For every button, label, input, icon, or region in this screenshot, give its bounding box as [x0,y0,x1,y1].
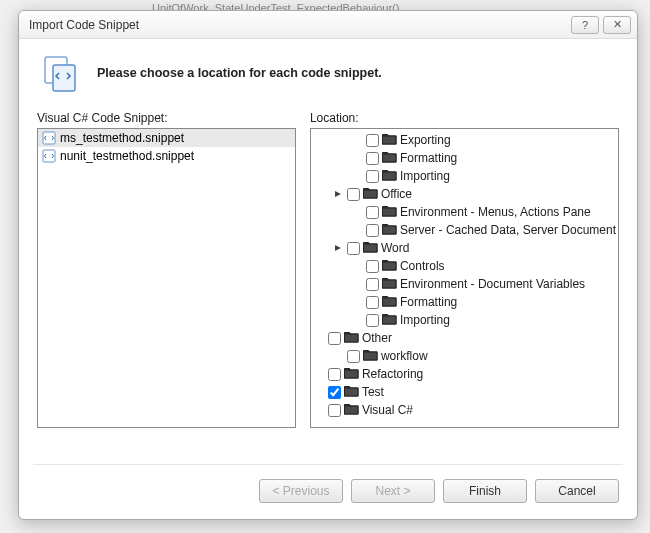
svg-rect-17 [344,370,358,378]
snippet-list-item[interactable]: ms_testmethod.snippet [38,129,295,147]
tree-row[interactable]: Refactoring [313,365,616,383]
tree-row[interactable]: Server - Cached Data, Server Document [313,221,616,239]
tree-checkbox[interactable] [347,242,360,255]
tree-expander [351,296,363,308]
tree-row[interactable]: Formatting [313,149,616,167]
tree-checkbox[interactable] [366,206,379,219]
dialog-footer: < Previous Next > Finish Cancel [19,465,637,519]
svg-rect-8 [382,208,396,216]
tree-expander[interactable] [332,242,344,254]
dialog-header: Please choose a location for each code s… [19,39,637,111]
snippet-list-pane: Visual C# Code Snippet: ms_testmethod.sn… [37,111,296,456]
tree-row[interactable]: Importing [313,167,616,185]
tree-checkbox[interactable] [366,134,379,147]
svg-rect-12 [382,280,396,288]
dialog-title: Import Code Snippet [29,18,567,32]
dialog-prompt: Please choose a location for each code s… [97,66,382,80]
tree-label: Other [362,331,392,345]
finish-button[interactable]: Finish [443,479,527,503]
tree-row[interactable]: workflow [313,347,616,365]
tree-label: Controls [400,259,445,273]
tree-row[interactable]: Formatting [313,293,616,311]
folder-icon [382,294,397,310]
folder-icon [344,384,359,400]
tree-expander [313,404,325,416]
svg-rect-10 [363,244,377,252]
help-button[interactable]: ? [571,16,599,34]
tree-row[interactable]: Environment - Document Variables [313,275,616,293]
tree-checkbox[interactable] [366,314,379,327]
tree-row[interactable]: Other [313,329,616,347]
svg-rect-18 [344,388,358,396]
tree-expander [351,260,363,272]
titlebar: Import Code Snippet ? ✕ [19,11,637,39]
snippet-list-item[interactable]: nunit_testmethod.snippet [38,147,295,165]
tree-expander [351,224,363,236]
tree-checkbox[interactable] [328,332,341,345]
location-treebox[interactable]: ExportingFormattingImportingOfficeEnviro… [310,128,619,428]
snippet-item-label: nunit_testmethod.snippet [60,149,194,163]
tree-label: Server - Cached Data, Server Document [400,223,616,237]
folder-icon [382,132,397,148]
tree-expander [313,332,325,344]
tree-row[interactable]: Test [313,383,616,401]
tree-label: Formatting [400,151,457,165]
folder-icon [363,186,378,202]
tree-checkbox[interactable] [366,152,379,165]
tree-row[interactable]: Office [313,185,616,203]
tree-checkbox[interactable] [366,224,379,237]
tree-row[interactable]: Visual C# [313,401,616,419]
folder-icon [363,348,378,364]
tree-expander [351,170,363,182]
folder-icon [344,330,359,346]
folder-icon [363,240,378,256]
tree-expander [313,386,325,398]
tree-label: workflow [381,349,428,363]
folder-icon [344,402,359,418]
snippet-listbox[interactable]: ms_testmethod.snippetnunit_testmethod.sn… [37,128,296,428]
folder-icon [382,312,397,328]
tree-row[interactable]: Controls [313,257,616,275]
tree-expander[interactable] [332,188,344,200]
snippet-list-label: Visual C# Code Snippet: [37,111,296,125]
tree-checkbox[interactable] [366,278,379,291]
tree-label: Exporting [400,133,451,147]
snippet-wizard-icon [41,53,81,93]
tree-checkbox[interactable] [328,386,341,399]
svg-rect-16 [363,352,377,360]
tree-checkbox[interactable] [366,296,379,309]
import-code-snippet-dialog: Import Code Snippet ? ✕ Please choose a … [18,10,638,520]
tree-checkbox[interactable] [347,350,360,363]
tree-row[interactable]: Exporting [313,131,616,149]
tree-checkbox[interactable] [366,260,379,273]
close-button[interactable]: ✕ [603,16,631,34]
svg-rect-14 [382,316,396,324]
tree-checkbox[interactable] [347,188,360,201]
tree-checkbox[interactable] [366,170,379,183]
folder-icon [382,222,397,238]
next-button[interactable]: Next > [351,479,435,503]
tree-expander [351,278,363,290]
tree-row[interactable]: Environment - Menus, Actions Pane [313,203,616,221]
location-tree-pane: Location: ExportingFormattingImportingOf… [310,111,619,456]
svg-rect-9 [382,226,396,234]
svg-rect-7 [363,190,377,198]
svg-rect-1 [53,65,75,91]
location-tree-label: Location: [310,111,619,125]
tree-label: Refactoring [362,367,423,381]
folder-icon [344,366,359,382]
tree-label: Office [381,187,412,201]
tree-row[interactable]: Importing [313,311,616,329]
tree-checkbox[interactable] [328,404,341,417]
tree-checkbox[interactable] [328,368,341,381]
folder-icon [382,150,397,166]
tree-row[interactable]: Word [313,239,616,257]
previous-button[interactable]: < Previous [259,479,343,503]
folder-icon [382,258,397,274]
tree-label: Visual C# [362,403,413,417]
tree-expander [351,152,363,164]
svg-rect-15 [344,334,358,342]
cancel-button[interactable]: Cancel [535,479,619,503]
tree-label: Test [362,385,384,399]
svg-rect-5 [382,154,396,162]
